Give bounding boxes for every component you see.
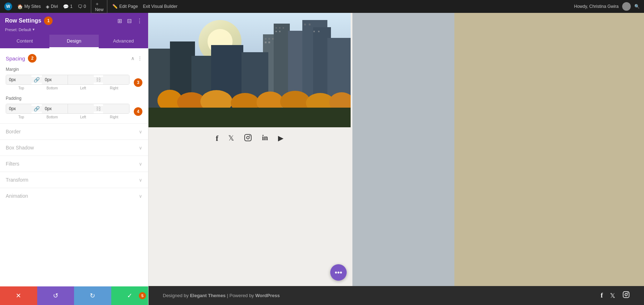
- facebook-icon[interactable]: f: [216, 134, 218, 143]
- border-section[interactable]: Border ∨: [0, 123, 148, 139]
- padding-group: Padding 🔗 ⛓: [0, 94, 148, 123]
- svg-rect-15: [279, 27, 280, 29]
- redo-icon: ↻: [90, 292, 95, 300]
- padding-left-input[interactable]: [68, 104, 94, 113]
- box-shadow-section[interactable]: Box Shadow ∨: [0, 139, 148, 156]
- fab-button[interactable]: •••: [330, 264, 347, 281]
- padding-input-group: 🔗 ⛓ Top Bottom Left: [6, 104, 142, 119]
- tab-content[interactable]: Content: [0, 35, 49, 48]
- edit-page-link[interactable]: ✏️ Edit Page: [112, 4, 138, 9]
- preset-text[interactable]: Preset: Default: [5, 28, 31, 32]
- spacing-section-header: Spacing 2 ∧ ⋮: [0, 48, 148, 65]
- twitter-icon[interactable]: 𝕏: [228, 134, 234, 143]
- padding-link-icon[interactable]: 🔗: [31, 106, 42, 112]
- admin-bar-left: W 🏠 My Sites ◈ Divi 💬 1 🗨 0 ＋ New ✏️ Edi…: [4, 0, 568, 14]
- cancel-button[interactable]: ✕: [0, 286, 37, 305]
- margin-left-group: 🔗: [6, 75, 68, 84]
- main-content-area: f 𝕏 in ▶: [148, 13, 644, 305]
- svg-rect-13: [268, 41, 270, 43]
- tab-advanced[interactable]: Advanced: [99, 35, 148, 48]
- svg-rect-11: [272, 38, 274, 40]
- footer-facebook-icon[interactable]: f: [601, 292, 603, 299]
- page-content-below: [148, 150, 352, 286]
- redo-button[interactable]: ↻: [74, 286, 111, 305]
- margin-left-label: Left: [68, 86, 99, 90]
- more-options-icon[interactable]: ⋮: [136, 17, 143, 25]
- divi-link[interactable]: ◈ Divi: [46, 4, 58, 9]
- svg-point-38: [247, 136, 249, 139]
- footer-powered-by: | Powered by: [227, 293, 255, 298]
- padding-top-input[interactable]: [6, 104, 31, 113]
- margin-right-group: ⛓: [68, 75, 130, 84]
- margin-bottom-input[interactable]: [42, 75, 67, 84]
- margin-unlink-icon[interactable]: ⛓: [94, 77, 103, 83]
- footer-brand-1: Elegant Themes: [190, 293, 226, 298]
- new-button[interactable]: ＋ New: [91, 0, 107, 14]
- youtube-icon[interactable]: ▶: [278, 134, 283, 143]
- margin-top-label: Top: [6, 86, 37, 90]
- footer-brand-2: WordPress: [255, 293, 279, 298]
- step-badge-5: 5: [139, 292, 146, 299]
- margin-top-input[interactable]: [6, 75, 31, 84]
- transform-section[interactable]: Transform ∨: [0, 172, 148, 188]
- margin-inputs: 🔗 ⛓ Top Bottom Left: [6, 75, 130, 90]
- comment-count-link[interactable]: 🗨 0: [78, 4, 86, 9]
- margin-sub-labels: Top Bottom Left Right: [6, 86, 130, 90]
- panel-tabs: Content Design Advanced: [0, 35, 148, 48]
- main-layout: Row Settings 1 ⊞ ⊟ ⋮ Preset: Default ▾ C…: [0, 13, 644, 305]
- hero-image: [148, 13, 351, 127]
- instagram-icon[interactable]: [244, 134, 252, 143]
- svg-rect-17: [275, 31, 277, 32]
- avatar: [622, 2, 631, 11]
- my-sites-link[interactable]: 🏠 My Sites: [17, 4, 41, 9]
- padding-bottom-label: Bottom: [37, 115, 68, 119]
- filters-section[interactable]: Filters ∨: [0, 156, 148, 172]
- howdy-text: Howdy, Christina Gwira: [574, 4, 619, 9]
- footer-text: Designed by Elegant Themes | Powered by …: [163, 293, 280, 298]
- fullscreen-icon[interactable]: ⊞: [117, 17, 123, 25]
- save-button[interactable]: ✓ 5: [111, 286, 148, 305]
- margin-left-input[interactable]: [68, 75, 94, 84]
- tab-design[interactable]: Design: [49, 35, 99, 48]
- search-icon[interactable]: 🔍: [634, 4, 640, 9]
- comments-link[interactable]: 💬 1: [63, 4, 73, 9]
- footer-twitter-icon[interactable]: 𝕏: [610, 292, 615, 300]
- box-shadow-title: Box Shadow: [6, 145, 34, 151]
- padding-left-group: 🔗: [6, 104, 68, 113]
- svg-rect-20: [309, 24, 311, 25]
- svg-rect-16: [283, 27, 284, 29]
- panel-header-icons: ⊞ ⊟ ⋮: [117, 17, 143, 25]
- svg-rect-18: [279, 31, 280, 32]
- panel-title: Row Settings: [5, 18, 41, 24]
- padding-inputs: 🔗 ⛓ Top Bottom Left: [6, 104, 130, 119]
- linkedin-icon[interactable]: in: [262, 134, 268, 143]
- padding-right-input[interactable]: [103, 104, 129, 113]
- cancel-icon: ✕: [16, 292, 21, 300]
- hero-svg: [148, 13, 351, 127]
- exit-builder-link[interactable]: Exit Visual Builder: [143, 4, 177, 9]
- animation-section[interactable]: Animation ∨: [0, 188, 148, 204]
- footer-instagram-icon[interactable]: [623, 291, 630, 300]
- spacing-collapse-btn[interactable]: ∧: [131, 55, 135, 61]
- filters-chevron-icon: ∨: [139, 161, 142, 167]
- margin-link-icon[interactable]: 🔗: [31, 77, 42, 83]
- layout-icon[interactable]: ⊟: [126, 17, 132, 25]
- panel-footer: ✕ ↺ ↻ ✓ 5: [0, 286, 148, 305]
- svg-rect-21: [313, 31, 315, 32]
- svg-point-39: [249, 136, 250, 137]
- undo-button[interactable]: ↺: [37, 286, 74, 305]
- padding-bottom-input[interactable]: [42, 104, 67, 113]
- margin-right-label: Right: [99, 86, 130, 90]
- margin-right-input[interactable]: [103, 75, 129, 84]
- svg-rect-14: [275, 27, 277, 29]
- padding-label: Padding: [6, 96, 142, 101]
- undo-icon: ↺: [53, 292, 58, 300]
- padding-unlink-icon[interactable]: ⛓: [94, 106, 103, 112]
- preset-arrow[interactable]: ▾: [33, 27, 35, 32]
- svg-rect-37: [245, 134, 251, 141]
- margin-bottom-label: Bottom: [37, 86, 68, 90]
- admin-bar: W 🏠 My Sites ◈ Divi 💬 1 🗨 0 ＋ New ✏️ Edi…: [0, 0, 644, 13]
- spacing-more-btn[interactable]: ⋮: [137, 55, 142, 61]
- svg-rect-12: [265, 41, 267, 43]
- wordpress-icon[interactable]: W: [4, 3, 12, 10]
